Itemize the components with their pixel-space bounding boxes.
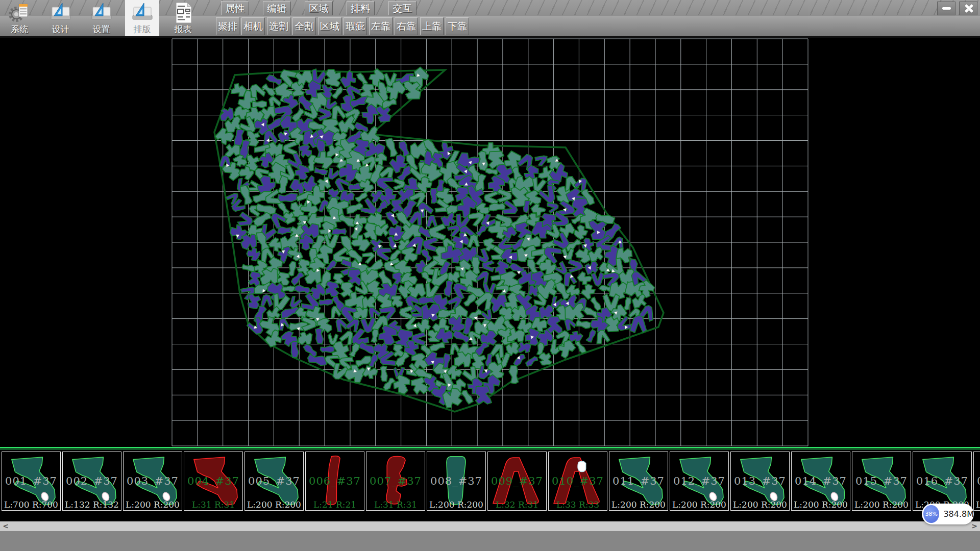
piece-thumbnail[interactable]: 013_#37L:200 R:200 — [730, 452, 790, 511]
piece-id-label: 013_#37 — [734, 475, 786, 487]
menu-tab-properties[interactable]: 属性 — [221, 1, 249, 15]
app-buttons: 系统设计设置排版报表 — [3, 0, 200, 36]
piece-id-label: 006_#37 — [309, 475, 361, 487]
piece-thumbnail[interactable]: 003_#37L:200 R:200 — [123, 452, 182, 511]
tool-cut-all[interactable]: 全割 — [292, 17, 316, 35]
ruler-layout-icon — [131, 2, 154, 24]
piece-lr-label: L:33 R:33 — [556, 499, 599, 510]
menu-tab-region[interactable]: 区域 — [305, 1, 333, 15]
tool-defect[interactable]: 瑕疵 — [344, 17, 367, 35]
piece-id-label: 003_#37 — [127, 475, 179, 487]
piece-id-label: 011_#37 — [612, 475, 665, 487]
scroll-right-arrow[interactable]: > — [969, 521, 980, 531]
app-tab-label: 系统 — [11, 24, 29, 34]
piece-thumbnail[interactable]: 015_#37L:200 R:200 — [852, 452, 911, 511]
strip-separator — [0, 447, 980, 451]
piece-thumbnail[interactable]: 005_#37L:200 R:200 — [244, 452, 304, 511]
tool-region[interactable]: 区域 — [318, 17, 341, 35]
tool-snap-top[interactable]: 上靠 — [420, 17, 444, 35]
piece-lr-label: L:200 R:200 — [247, 499, 301, 510]
piece-id-label: 010_#37 — [552, 475, 604, 487]
piece-thumbnail[interactable]: 008_#37L:200 R:200 — [427, 452, 486, 511]
piece-lr-label: L:200 R:200 — [611, 499, 666, 510]
minimize-icon — [942, 7, 951, 10]
close-icon — [964, 4, 973, 13]
piece-lr-label: L:200 R:200 — [429, 499, 483, 510]
piece-thumbnail-strip: 001_#37L:700 R:700002_#37L:132 R:132003_… — [0, 452, 980, 512]
minimize-button[interactable] — [937, 2, 955, 15]
close-button[interactable] — [959, 2, 977, 15]
piece-thumbnail[interactable]: 002_#37L:132 R:132 — [62, 452, 121, 511]
piece-lr-label: L:200 R:200 — [976, 499, 980, 510]
piece-id-label: 017_#37 — [977, 475, 980, 487]
gear-system-icon — [9, 2, 31, 24]
app-tab-settings[interactable]: 设置 — [84, 0, 118, 36]
app-tab-label: 设计 — [52, 24, 69, 34]
piece-thumbnail[interactable]: 001_#37L:700 R:700 — [2, 452, 61, 511]
piece-lr-label: L:31 R:31 — [192, 499, 235, 510]
menu-tab-row: 属性编辑区域排料交互 — [221, 1, 416, 15]
piece-id-label: 016_#37 — [916, 475, 968, 487]
piece-thumbnail[interactable]: 012_#37L:200 R:200 — [670, 452, 729, 511]
tool-snap-bottom[interactable]: 下靠 — [446, 17, 469, 35]
piece-thumbnail[interactable]: 006_#37L:21 R:21 — [305, 452, 364, 511]
report-icon — [172, 2, 194, 24]
piece-thumbnail[interactable]: 016_#37L:200 R:200 — [913, 452, 972, 511]
menu-tab-nesting[interactable]: 排料 — [347, 1, 375, 15]
piece-lr-label: L:31 R:31 — [374, 499, 417, 510]
piece-lr-label: L:200 R:200 — [126, 499, 180, 510]
piece-lr-label: L:700 R:700 — [4, 499, 58, 510]
piece-thumbnail[interactable]: 014_#37L:200 R:200 — [791, 452, 850, 511]
piece-id-label: 012_#37 — [673, 475, 725, 487]
app-tab-report[interactable]: 报表 — [166, 0, 200, 36]
titlebar: 系统设计设置排版报表 属性编辑区域排料交互 聚排相机选割全割区域瑕疵左靠右靠上靠… — [0, 0, 980, 38]
piece-thumbnail[interactable]: 007_#37L:31 R:31 — [366, 452, 425, 511]
bottom-frame — [0, 531, 980, 551]
piece-thumbnail[interactable]: 011_#37L:200 R:200 — [609, 452, 668, 511]
memory-percent-indicator: 38% — [923, 505, 939, 523]
piece-id-label: 002_#37 — [66, 475, 118, 487]
menu-tab-interact[interactable]: 交互 — [388, 1, 416, 15]
app-tab-label: 设置 — [93, 24, 110, 34]
nesting-canvas[interactable] — [0, 38, 980, 447]
app-tab-label: 排版 — [134, 24, 151, 34]
tool-button-row: 聚排相机选割全割区域瑕疵左靠右靠上靠下靠 — [216, 17, 469, 35]
tool-snap-left[interactable]: 左靠 — [369, 17, 393, 35]
piece-lr-label: L:200 R:200 — [672, 499, 726, 510]
piece-id-label: 014_#37 — [795, 475, 847, 487]
piece-lr-label: L:200 R:200 — [794, 499, 848, 510]
window-controls — [937, 2, 977, 15]
piece-lr-label: L:21 R:21 — [313, 499, 356, 510]
piece-id-label: 007_#37 — [370, 475, 422, 487]
piece-id-label: 001_#37 — [5, 475, 57, 487]
memory-badge: 38% 384.8M — [922, 504, 974, 524]
piece-id-label: 015_#37 — [855, 475, 908, 487]
menu-tab-edit[interactable]: 编辑 — [263, 1, 291, 15]
app-tab-label: 报表 — [175, 24, 192, 34]
tool-camera[interactable]: 相机 — [241, 17, 265, 35]
piece-id-label: 005_#37 — [248, 475, 300, 487]
tool-cluster-nest[interactable]: 聚排 — [216, 17, 239, 35]
piece-thumbnail[interactable]: 009_#37L:32 R:31 — [487, 452, 547, 511]
piece-lr-label: L:200 R:200 — [854, 499, 909, 510]
app-tab-design[interactable]: 设计 — [43, 0, 78, 36]
piece-id-label: 004_#37 — [187, 475, 239, 487]
app-tab-system[interactable]: 系统 — [3, 0, 37, 36]
piece-lr-label: L:132 R:132 — [65, 499, 119, 510]
piece-lr-label: L:200 R:200 — [733, 499, 787, 510]
hide-nesting-view — [0, 38, 980, 447]
tool-snap-right[interactable]: 右靠 — [395, 17, 418, 35]
memory-size-label: 384.8M — [943, 509, 974, 519]
app-tab-layout[interactable]: 排版 — [125, 0, 159, 36]
ruler-settings-icon — [90, 2, 113, 24]
horizontal-scrollbar[interactable]: < > — [0, 521, 980, 531]
piece-id-label: 008_#37 — [430, 475, 482, 487]
piece-thumbnail[interactable]: 017_#37L:200 R:200 — [973, 452, 980, 511]
scroll-left-arrow[interactable]: < — [0, 521, 11, 531]
ruler-design-icon — [50, 2, 72, 24]
piece-thumbnail[interactable]: 010_#37L:33 R:33 — [548, 452, 607, 511]
tool-select-cut[interactable]: 选割 — [267, 17, 290, 35]
piece-id-label: 009_#37 — [491, 475, 543, 487]
piece-lr-label: L:32 R:31 — [496, 499, 538, 510]
piece-thumbnail[interactable]: 004_#37L:31 R:31 — [184, 452, 243, 511]
